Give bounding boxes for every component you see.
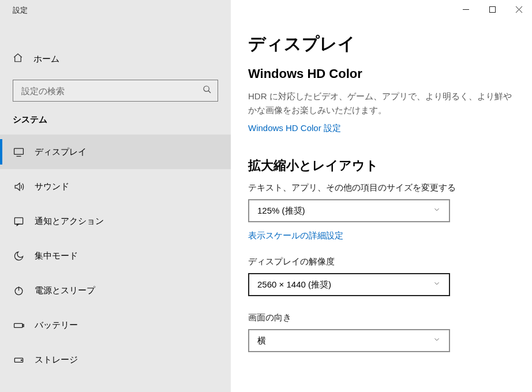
- sidebar-item-notifications[interactable]: 通知とアクション: [0, 204, 231, 238]
- notification-icon: [13, 216, 24, 227]
- sidebar-item-label: ストレージ: [35, 354, 78, 365]
- resolution-value: 2560 × 1440 (推奨): [257, 279, 331, 290]
- hd-color-desc: HDR に対応したビデオ、ゲーム、アプリで、より明るく、より鮮やかな画像をお楽し…: [248, 89, 515, 117]
- sidebar-item-storage[interactable]: ストレージ: [0, 342, 231, 377]
- window-title-text: 設定: [13, 5, 28, 16]
- orientation-label: 画面の向き: [248, 312, 515, 323]
- hd-color-heading: Windows HD Color: [248, 66, 515, 81]
- text-size-dropdown[interactable]: 125% (推奨): [248, 199, 450, 222]
- svg-point-0: [204, 86, 209, 91]
- maximize-button[interactable]: [479, 0, 505, 18]
- sound-icon: [13, 181, 24, 192]
- orientation-value: 横: [257, 335, 266, 346]
- svg-rect-7: [14, 323, 22, 327]
- scale-heading: 拡大縮小とレイアウト: [248, 157, 515, 174]
- text-size-label: テキスト、アプリ、その他の項目のサイズを変更する: [248, 182, 515, 193]
- home-label: ホーム: [33, 54, 59, 65]
- sidebar-item-battery[interactable]: バッテリー: [0, 308, 231, 342]
- orientation-dropdown[interactable]: 横: [248, 329, 450, 352]
- sidebar-item-display[interactable]: ディスプレイ: [0, 135, 231, 169]
- advanced-scale-link[interactable]: 表示スケールの詳細設定: [248, 230, 343, 241]
- svg-rect-12: [489, 6, 495, 12]
- svg-rect-4: [14, 218, 23, 224]
- sidebar-item-label: 集中モード: [35, 251, 78, 262]
- moon-icon: [13, 251, 24, 262]
- sidebar: 設定 ホーム システム ディスプレイ: [0, 0, 231, 392]
- storage-icon: [13, 354, 24, 365]
- battery-icon: [13, 320, 24, 331]
- search-icon: [203, 85, 212, 96]
- chevron-down-icon: [433, 279, 441, 290]
- svg-rect-2: [14, 148, 23, 154]
- sidebar-item-sound[interactable]: サウンド: [0, 169, 231, 204]
- sidebar-item-label: ディスプレイ: [35, 147, 87, 158]
- power-icon: [13, 285, 24, 296]
- sidebar-item-label: 通知とアクション: [35, 216, 104, 227]
- resolution-dropdown[interactable]: 2560 × 1440 (推奨): [248, 273, 450, 296]
- svg-point-10: [21, 360, 22, 361]
- svg-rect-8: [23, 324, 24, 326]
- display-icon: [13, 147, 24, 158]
- sidebar-item-focus[interactable]: 集中モード: [0, 238, 231, 273]
- nav-list: ディスプレイ サウンド 通知とアクション 集中: [0, 135, 231, 377]
- chevron-down-icon: [433, 206, 441, 216]
- hd-color-link[interactable]: Windows HD Color 設定: [248, 123, 341, 134]
- sidebar-item-label: 電源とスリープ: [35, 285, 95, 296]
- svg-line-1: [208, 91, 211, 93]
- sidebar-item-power[interactable]: 電源とスリープ: [0, 273, 231, 308]
- close-button[interactable]: [505, 0, 532, 18]
- sidebar-item-label: バッテリー: [35, 320, 78, 331]
- category-header: システム: [0, 102, 231, 129]
- minimize-button[interactable]: [452, 0, 479, 18]
- page-title: ディスプレイ: [248, 32, 515, 56]
- content-area: ディスプレイ Windows HD Color HDR に対応したビデオ、ゲーム…: [231, 0, 532, 392]
- search-box[interactable]: [13, 80, 218, 102]
- search-input[interactable]: [13, 80, 218, 101]
- text-size-value: 125% (推奨): [257, 206, 305, 216]
- home-icon: [13, 53, 23, 65]
- chevron-down-icon: [433, 335, 441, 346]
- window-controls: [452, 0, 532, 18]
- resolution-label: ディスプレイの解像度: [248, 256, 515, 267]
- home-link[interactable]: ホーム: [0, 42, 231, 76]
- sidebar-item-label: サウンド: [35, 181, 69, 192]
- window-title: 設定: [0, 0, 231, 21]
